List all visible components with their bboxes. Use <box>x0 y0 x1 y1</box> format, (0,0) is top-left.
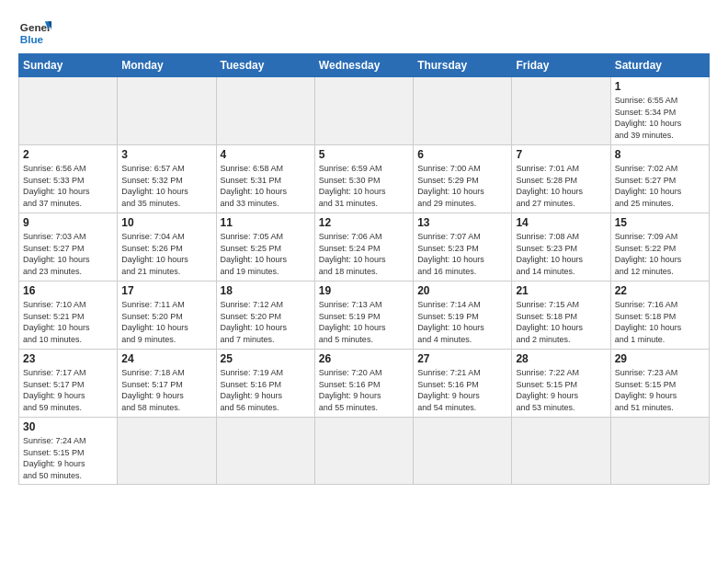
day-number: 23 <box>23 352 113 365</box>
calendar-day-cell: 25Sunrise: 7:19 AM Sunset: 5:16 PM Dayli… <box>216 350 314 418</box>
day-number: 28 <box>516 352 606 365</box>
calendar-day-cell <box>414 77 512 145</box>
calendar-day-cell <box>118 77 216 145</box>
day-info: Sunrise: 7:22 AM Sunset: 5:15 PM Dayligh… <box>516 367 606 413</box>
calendar-day-cell: 8Sunrise: 7:02 AM Sunset: 5:27 PM Daylig… <box>610 145 709 213</box>
day-number: 9 <box>23 216 113 229</box>
calendar-day-cell <box>19 77 118 145</box>
generalblue-logo-icon: General Blue <box>18 15 51 48</box>
calendar-week-row: 1Sunrise: 6:55 AM Sunset: 5:34 PM Daylig… <box>19 77 710 145</box>
calendar-day-cell: 6Sunrise: 7:00 AM Sunset: 5:29 PM Daylig… <box>414 145 512 213</box>
calendar-day-cell <box>216 418 314 485</box>
calendar-day-cell: 11Sunrise: 7:05 AM Sunset: 5:25 PM Dayli… <box>216 213 314 282</box>
day-info: Sunrise: 7:24 AM Sunset: 5:15 PM Dayligh… <box>23 435 113 481</box>
day-info: Sunrise: 7:21 AM Sunset: 5:16 PM Dayligh… <box>417 367 507 413</box>
day-number: 2 <box>23 148 113 161</box>
calendar-day-cell: 20Sunrise: 7:14 AM Sunset: 5:19 PM Dayli… <box>414 282 512 350</box>
calendar-week-row: 16Sunrise: 7:10 AM Sunset: 5:21 PM Dayli… <box>19 282 710 350</box>
calendar-day-cell: 14Sunrise: 7:08 AM Sunset: 5:23 PM Dayli… <box>512 213 610 282</box>
day-info: Sunrise: 6:58 AM Sunset: 5:31 PM Dayligh… <box>221 163 311 209</box>
day-info: Sunrise: 7:16 AM Sunset: 5:18 PM Dayligh… <box>615 299 705 345</box>
day-info: Sunrise: 6:57 AM Sunset: 5:32 PM Dayligh… <box>121 163 211 209</box>
day-info: Sunrise: 6:55 AM Sunset: 5:34 PM Dayligh… <box>615 95 705 141</box>
calendar-day-cell: 24Sunrise: 7:18 AM Sunset: 5:17 PM Dayli… <box>118 350 216 418</box>
calendar-day-cell: 2Sunrise: 6:56 AM Sunset: 5:33 PM Daylig… <box>19 145 118 213</box>
day-number: 10 <box>121 216 211 229</box>
calendar-day-cell: 10Sunrise: 7:04 AM Sunset: 5:26 PM Dayli… <box>118 213 216 282</box>
day-info: Sunrise: 7:18 AM Sunset: 5:17 PM Dayligh… <box>121 367 211 413</box>
calendar-day-cell: 16Sunrise: 7:10 AM Sunset: 5:21 PM Dayli… <box>19 282 118 350</box>
day-number: 8 <box>615 148 705 161</box>
day-info: Sunrise: 7:17 AM Sunset: 5:17 PM Dayligh… <box>23 367 113 413</box>
day-number: 30 <box>23 420 113 433</box>
day-number: 17 <box>121 284 211 297</box>
calendar-day-cell: 12Sunrise: 7:06 AM Sunset: 5:24 PM Dayli… <box>314 213 413 282</box>
day-number: 11 <box>221 216 311 229</box>
day-number: 4 <box>221 148 311 161</box>
day-info: Sunrise: 6:56 AM Sunset: 5:33 PM Dayligh… <box>23 163 113 209</box>
weekday-header-saturday: Saturday <box>610 54 709 77</box>
calendar-day-cell: 22Sunrise: 7:16 AM Sunset: 5:18 PM Dayli… <box>610 282 709 350</box>
calendar-day-cell: 15Sunrise: 7:09 AM Sunset: 5:22 PM Dayli… <box>610 213 709 282</box>
day-number: 21 <box>516 284 606 297</box>
day-number: 13 <box>417 216 507 229</box>
day-number: 18 <box>221 284 311 297</box>
calendar-day-cell <box>314 77 413 145</box>
day-number: 27 <box>417 352 507 365</box>
weekday-header-wednesday: Wednesday <box>314 54 413 77</box>
day-info: Sunrise: 7:06 AM Sunset: 5:24 PM Dayligh… <box>319 231 409 277</box>
calendar-day-cell: 23Sunrise: 7:17 AM Sunset: 5:17 PM Dayli… <box>19 350 118 418</box>
weekday-header-tuesday: Tuesday <box>216 54 314 77</box>
calendar-table: SundayMondayTuesdayWednesdayThursdayFrid… <box>18 53 710 485</box>
calendar-day-cell: 9Sunrise: 7:03 AM Sunset: 5:27 PM Daylig… <box>19 213 118 282</box>
day-number: 3 <box>121 148 211 161</box>
calendar-day-cell <box>216 77 314 145</box>
calendar-day-cell <box>314 418 413 485</box>
day-info: Sunrise: 7:08 AM Sunset: 5:23 PM Dayligh… <box>516 231 606 277</box>
calendar-day-cell <box>610 418 709 485</box>
calendar-day-cell <box>512 418 610 485</box>
day-info: Sunrise: 6:59 AM Sunset: 5:30 PM Dayligh… <box>319 163 409 209</box>
day-info: Sunrise: 7:20 AM Sunset: 5:16 PM Dayligh… <box>319 367 409 413</box>
calendar-day-cell: 18Sunrise: 7:12 AM Sunset: 5:20 PM Dayli… <box>216 282 314 350</box>
calendar-day-cell: 21Sunrise: 7:15 AM Sunset: 5:18 PM Dayli… <box>512 282 610 350</box>
calendar-day-cell: 19Sunrise: 7:13 AM Sunset: 5:19 PM Dayli… <box>314 282 413 350</box>
day-info: Sunrise: 7:13 AM Sunset: 5:19 PM Dayligh… <box>319 299 409 345</box>
day-info: Sunrise: 7:05 AM Sunset: 5:25 PM Dayligh… <box>221 231 311 277</box>
weekday-header-thursday: Thursday <box>414 54 512 77</box>
calendar-day-cell: 3Sunrise: 6:57 AM Sunset: 5:32 PM Daylig… <box>118 145 216 213</box>
day-info: Sunrise: 7:07 AM Sunset: 5:23 PM Dayligh… <box>417 231 507 277</box>
calendar-day-cell: 27Sunrise: 7:21 AM Sunset: 5:16 PM Dayli… <box>414 350 512 418</box>
calendar-day-cell <box>512 77 610 145</box>
calendar-day-cell: 4Sunrise: 6:58 AM Sunset: 5:31 PM Daylig… <box>216 145 314 213</box>
calendar-day-cell: 7Sunrise: 7:01 AM Sunset: 5:28 PM Daylig… <box>512 145 610 213</box>
calendar-day-cell: 29Sunrise: 7:23 AM Sunset: 5:15 PM Dayli… <box>610 350 709 418</box>
calendar-day-cell: 28Sunrise: 7:22 AM Sunset: 5:15 PM Dayli… <box>512 350 610 418</box>
day-info: Sunrise: 7:01 AM Sunset: 5:28 PM Dayligh… <box>516 163 606 209</box>
day-info: Sunrise: 7:00 AM Sunset: 5:29 PM Dayligh… <box>417 163 507 209</box>
day-number: 5 <box>319 148 409 161</box>
calendar-day-cell: 5Sunrise: 6:59 AM Sunset: 5:30 PM Daylig… <box>314 145 413 213</box>
day-info: Sunrise: 7:11 AM Sunset: 5:20 PM Dayligh… <box>121 299 211 345</box>
day-number: 6 <box>417 148 507 161</box>
day-number: 25 <box>221 352 311 365</box>
calendar-day-cell <box>414 418 512 485</box>
day-number: 19 <box>319 284 409 297</box>
calendar-day-cell <box>118 418 216 485</box>
day-number: 22 <box>615 284 705 297</box>
weekday-header-sunday: Sunday <box>19 54 118 77</box>
header: General Blue <box>18 15 710 48</box>
calendar-day-cell: 1Sunrise: 6:55 AM Sunset: 5:34 PM Daylig… <box>610 77 709 145</box>
day-number: 24 <box>121 352 211 365</box>
day-number: 29 <box>615 352 705 365</box>
weekday-header-row: SundayMondayTuesdayWednesdayThursdayFrid… <box>19 54 710 77</box>
day-number: 12 <box>319 216 409 229</box>
day-info: Sunrise: 7:04 AM Sunset: 5:26 PM Dayligh… <box>121 231 211 277</box>
day-number: 14 <box>516 216 606 229</box>
page: General Blue SundayMondayTuesdayWednesda… <box>0 0 728 494</box>
weekday-header-friday: Friday <box>512 54 610 77</box>
calendar-day-cell: 26Sunrise: 7:20 AM Sunset: 5:16 PM Dayli… <box>314 350 413 418</box>
calendar-week-row: 9Sunrise: 7:03 AM Sunset: 5:27 PM Daylig… <box>19 213 710 282</box>
day-info: Sunrise: 7:12 AM Sunset: 5:20 PM Dayligh… <box>221 299 311 345</box>
day-number: 1 <box>615 80 705 93</box>
